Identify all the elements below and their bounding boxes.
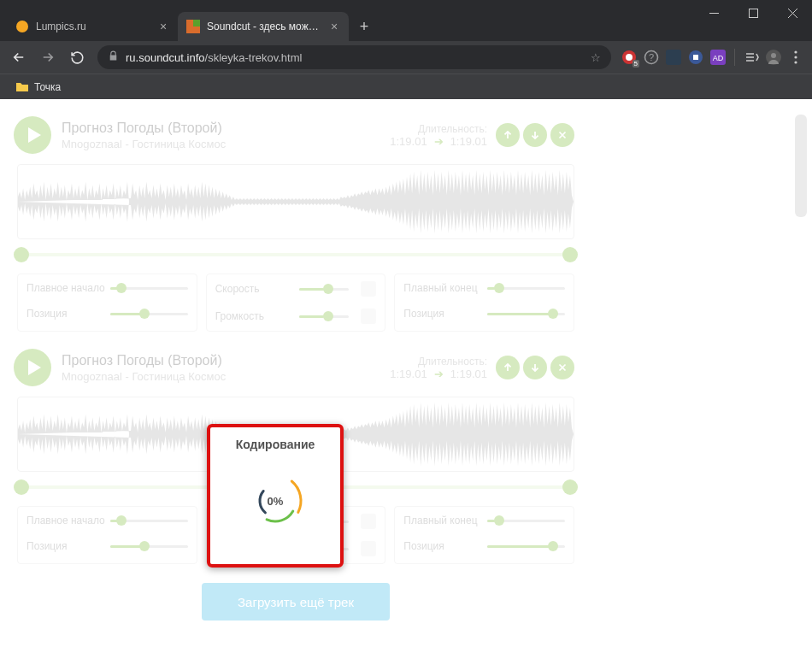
url-domain: ru.soundcut.info [126, 51, 205, 64]
loading-overlay [0, 99, 812, 647]
extension-icon[interactable]: 5 [621, 50, 637, 65]
extension-icon[interactable] [666, 50, 681, 65]
tab-active[interactable]: Soundcut - здесь можно обрезать × [178, 12, 349, 41]
url-input[interactable]: ru.soundcut.info/skleyka-trekov.html ☆ [97, 45, 611, 69]
svg-point-8 [626, 54, 633, 61]
bookmark-item[interactable]: Точка [9, 77, 68, 97]
minimize-button[interactable] [694, 0, 733, 26]
reload-button[interactable] [63, 44, 91, 71]
bookmarks-bar: Точка [0, 74, 812, 99]
extension-icon[interactable] [688, 50, 703, 65]
new-tab-button[interactable]: + [352, 15, 376, 38]
browser-titlebar: Lumpics.ru × Soundcut - здесь можно обре… [0, 0, 812, 41]
tab-inactive[interactable]: Lumpics.ru × [7, 12, 178, 41]
svg-rect-2 [193, 20, 200, 26]
modal-title: Кодирование [219, 438, 332, 451]
url-path: /skleyka-trekov.html [205, 51, 303, 64]
svg-text:?: ? [649, 52, 654, 62]
folder-icon [15, 80, 29, 94]
maximize-button[interactable] [733, 0, 773, 26]
address-bar: ru.soundcut.info/skleyka-trekov.html ☆ 5… [0, 41, 812, 74]
bookmark-label: Точка [34, 81, 61, 93]
site-icon [15, 20, 29, 33]
tab-title: Soundcut - здесь можно обрезать [207, 21, 323, 32]
page-viewport: Прогноз Погоды (Второй) Mnogoznaal - Гос… [0, 99, 812, 647]
forward-button[interactable] [34, 44, 62, 71]
help-icon[interactable]: ? [644, 50, 659, 65]
close-window-button[interactable] [773, 0, 812, 26]
svg-point-0 [16, 21, 28, 32]
reading-list-icon[interactable] [744, 50, 759, 65]
profile-avatar[interactable] [766, 50, 781, 65]
progress-text: 0% [268, 495, 284, 508]
star-icon[interactable]: ☆ [591, 51, 601, 64]
extension-icon[interactable]: AD [710, 50, 726, 65]
back-button[interactable] [5, 44, 32, 71]
close-icon[interactable]: × [328, 21, 340, 32]
svg-point-16 [771, 53, 776, 58]
site-icon [186, 20, 200, 33]
menu-button[interactable] [788, 50, 803, 65]
svg-rect-11 [666, 50, 681, 65]
extensions-row: 5 ? AD [618, 49, 807, 66]
svg-rect-4 [749, 9, 757, 17]
window-controls [694, 0, 812, 41]
close-icon[interactable]: × [157, 21, 169, 32]
encoding-modal: Кодирование 0% [210, 427, 340, 564]
spinner-icon: 0% [241, 467, 309, 535]
svg-point-19 [794, 61, 797, 63]
svg-point-17 [794, 50, 797, 53]
lock-icon [108, 50, 119, 64]
svg-point-18 [794, 56, 797, 58]
svg-text:AD: AD [713, 54, 724, 62]
tab-title: Lumpics.ru [36, 21, 152, 32]
